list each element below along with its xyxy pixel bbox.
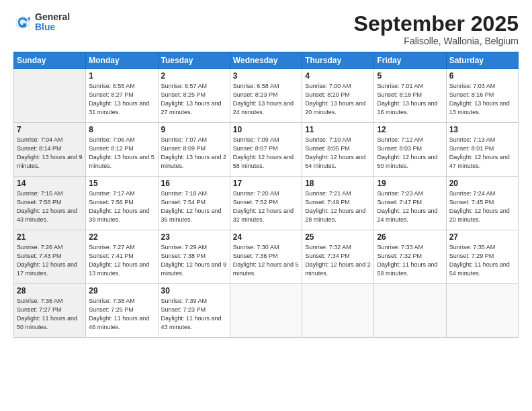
cell-w3-d1: 15Sunrise: 7:17 AM Sunset: 7:56 PM Dayli…: [86, 177, 158, 230]
day-info: Sunrise: 7:00 AM Sunset: 8:20 PM Dayligh…: [305, 82, 371, 117]
cell-w1-d1: 1Sunrise: 6:55 AM Sunset: 8:27 PM Daylig…: [86, 69, 158, 123]
cell-w2-d0: 7Sunrise: 7:04 AM Sunset: 8:14 PM Daylig…: [14, 123, 86, 177]
col-thursday: Thursday: [302, 52, 374, 69]
day-info: Sunrise: 7:09 AM Sunset: 8:07 PM Dayligh…: [233, 136, 299, 171]
week-row-3: 14Sunrise: 7:15 AM Sunset: 7:58 PM Dayli…: [14, 177, 519, 230]
day-info: Sunrise: 7:15 AM Sunset: 7:58 PM Dayligh…: [17, 189, 83, 224]
day-number: 12: [377, 125, 443, 134]
day-info: Sunrise: 7:18 AM Sunset: 7:54 PM Dayligh…: [161, 189, 227, 224]
week-row-4: 21Sunrise: 7:26 AM Sunset: 7:43 PM Dayli…: [14, 230, 519, 284]
cell-w2-d6: 13Sunrise: 7:13 AM Sunset: 8:01 PM Dayli…: [446, 123, 518, 177]
day-number: 20: [449, 179, 515, 188]
day-number: 9: [161, 125, 227, 134]
day-info: Sunrise: 7:17 AM Sunset: 7:56 PM Dayligh…: [89, 189, 154, 224]
location: Falisolle, Wallonia, Belgium: [354, 36, 519, 46]
cell-w4-d4: 25Sunrise: 7:32 AM Sunset: 7:34 PM Dayli…: [302, 230, 374, 284]
day-number: 3: [233, 71, 299, 81]
day-number: 30: [161, 286, 227, 295]
day-info: Sunrise: 7:10 AM Sunset: 8:05 PM Dayligh…: [305, 136, 371, 171]
day-info: Sunrise: 7:26 AM Sunset: 7:43 PM Dayligh…: [17, 243, 83, 278]
cell-w5-d1: 29Sunrise: 7:38 AM Sunset: 7:25 PM Dayli…: [86, 284, 158, 338]
day-number: 6: [449, 71, 515, 81]
day-info: Sunrise: 6:55 AM Sunset: 8:27 PM Dayligh…: [89, 82, 154, 117]
week-row-1: 1Sunrise: 6:55 AM Sunset: 8:27 PM Daylig…: [14, 69, 519, 123]
cell-w3-d2: 16Sunrise: 7:18 AM Sunset: 7:54 PM Dayli…: [158, 177, 230, 230]
col-saturday: Saturday: [446, 52, 518, 69]
day-info: Sunrise: 7:24 AM Sunset: 7:45 PM Dayligh…: [449, 189, 515, 224]
cell-w4-d0: 21Sunrise: 7:26 AM Sunset: 7:43 PM Dayli…: [14, 230, 86, 284]
day-info: Sunrise: 7:12 AM Sunset: 8:03 PM Dayligh…: [377, 136, 443, 171]
day-info: Sunrise: 7:36 AM Sunset: 7:27 PM Dayligh…: [17, 297, 83, 332]
day-number: 17: [233, 179, 299, 188]
day-info: Sunrise: 7:35 AM Sunset: 7:29 PM Dayligh…: [449, 243, 515, 278]
day-number: 13: [449, 125, 515, 134]
day-info: Sunrise: 7:30 AM Sunset: 7:36 PM Dayligh…: [233, 243, 299, 278]
day-info: Sunrise: 7:04 AM Sunset: 8:14 PM Dayligh…: [17, 136, 83, 171]
title-block: September 2025 Falisolle, Wallonia, Belg…: [354, 12, 519, 46]
day-info: Sunrise: 7:23 AM Sunset: 7:47 PM Dayligh…: [377, 189, 443, 224]
cell-w5-d2: 30Sunrise: 7:39 AM Sunset: 7:23 PM Dayli…: [158, 284, 230, 338]
day-info: Sunrise: 7:33 AM Sunset: 7:32 PM Dayligh…: [377, 243, 443, 278]
day-info: Sunrise: 7:01 AM Sunset: 8:18 PM Dayligh…: [377, 82, 443, 117]
day-number: 28: [17, 286, 83, 295]
cell-w4-d3: 24Sunrise: 7:30 AM Sunset: 7:36 PM Dayli…: [230, 230, 302, 284]
day-number: 21: [17, 232, 83, 242]
month-title: September 2025: [354, 12, 519, 36]
cell-w2-d1: 8Sunrise: 7:06 AM Sunset: 8:12 PM Daylig…: [86, 123, 158, 177]
cell-w3-d5: 19Sunrise: 7:23 AM Sunset: 7:47 PM Dayli…: [374, 177, 446, 230]
cell-w1-d5: 5Sunrise: 7:01 AM Sunset: 8:18 PM Daylig…: [374, 69, 446, 123]
day-info: Sunrise: 7:06 AM Sunset: 8:12 PM Dayligh…: [89, 136, 154, 171]
day-number: 25: [305, 232, 371, 242]
cell-w4-d2: 23Sunrise: 7:29 AM Sunset: 7:38 PM Dayli…: [158, 230, 230, 284]
logo-general: General: [35, 12, 70, 22]
day-info: Sunrise: 7:38 AM Sunset: 7:25 PM Dayligh…: [89, 297, 154, 332]
cell-w2-d2: 9Sunrise: 7:07 AM Sunset: 8:09 PM Daylig…: [158, 123, 230, 177]
day-number: 5: [377, 71, 443, 81]
calendar-header-row: Sunday Monday Tuesday Wednesday Thursday…: [14, 52, 519, 69]
day-number: 7: [17, 125, 83, 134]
logo-icon: [13, 13, 32, 32]
day-info: Sunrise: 7:21 AM Sunset: 7:49 PM Dayligh…: [305, 189, 371, 224]
page: General Blue September 2025 Falisolle, W…: [0, 0, 532, 411]
day-number: 8: [89, 125, 154, 134]
cell-w2-d3: 10Sunrise: 7:09 AM Sunset: 8:07 PM Dayli…: [230, 123, 302, 177]
cell-w1-d3: 3Sunrise: 6:58 AM Sunset: 8:23 PM Daylig…: [230, 69, 302, 123]
cell-w4-d6: 27Sunrise: 7:35 AM Sunset: 7:29 PM Dayli…: [446, 230, 518, 284]
cell-w4-d1: 22Sunrise: 7:27 AM Sunset: 7:41 PM Dayli…: [86, 230, 158, 284]
col-sunday: Sunday: [14, 52, 86, 69]
day-number: 24: [233, 232, 299, 242]
col-friday: Friday: [374, 52, 446, 69]
day-number: 19: [377, 179, 443, 188]
cell-w2-d5: 12Sunrise: 7:12 AM Sunset: 8:03 PM Dayli…: [374, 123, 446, 177]
week-row-2: 7Sunrise: 7:04 AM Sunset: 8:14 PM Daylig…: [14, 123, 519, 177]
cell-w3-d6: 20Sunrise: 7:24 AM Sunset: 7:45 PM Dayli…: [446, 177, 518, 230]
col-tuesday: Tuesday: [158, 52, 230, 69]
cell-w1-d2: 2Sunrise: 6:57 AM Sunset: 8:25 PM Daylig…: [158, 69, 230, 123]
day-number: 15: [89, 179, 154, 188]
day-info: Sunrise: 7:29 AM Sunset: 7:38 PM Dayligh…: [161, 243, 227, 278]
day-number: 4: [305, 71, 371, 81]
cell-w5-d5: [374, 284, 446, 338]
day-number: 1: [89, 71, 154, 81]
day-info: Sunrise: 7:27 AM Sunset: 7:41 PM Dayligh…: [89, 243, 154, 278]
cell-w2-d4: 11Sunrise: 7:10 AM Sunset: 8:05 PM Dayli…: [302, 123, 374, 177]
cell-w5-d3: [230, 284, 302, 338]
day-info: Sunrise: 7:20 AM Sunset: 7:52 PM Dayligh…: [233, 189, 299, 224]
day-number: 18: [305, 179, 371, 188]
day-number: 26: [377, 232, 443, 242]
cell-w4-d5: 26Sunrise: 7:33 AM Sunset: 7:32 PM Dayli…: [374, 230, 446, 284]
day-info: Sunrise: 6:58 AM Sunset: 8:23 PM Dayligh…: [233, 82, 299, 117]
day-number: 2: [161, 71, 227, 81]
logo-text: General Blue: [35, 12, 70, 33]
day-number: 11: [305, 125, 371, 134]
cell-w1-d4: 4Sunrise: 7:00 AM Sunset: 8:20 PM Daylig…: [302, 69, 374, 123]
day-info: Sunrise: 7:39 AM Sunset: 7:23 PM Dayligh…: [161, 297, 227, 332]
cell-w5-d6: [446, 284, 518, 338]
day-info: Sunrise: 6:57 AM Sunset: 8:25 PM Dayligh…: [161, 82, 227, 117]
day-number: 22: [89, 232, 154, 242]
calendar: Sunday Monday Tuesday Wednesday Thursday…: [13, 52, 519, 338]
day-info: Sunrise: 7:03 AM Sunset: 8:16 PM Dayligh…: [449, 82, 515, 117]
day-number: 16: [161, 179, 227, 188]
col-monday: Monday: [86, 52, 158, 69]
day-number: 27: [449, 232, 515, 242]
